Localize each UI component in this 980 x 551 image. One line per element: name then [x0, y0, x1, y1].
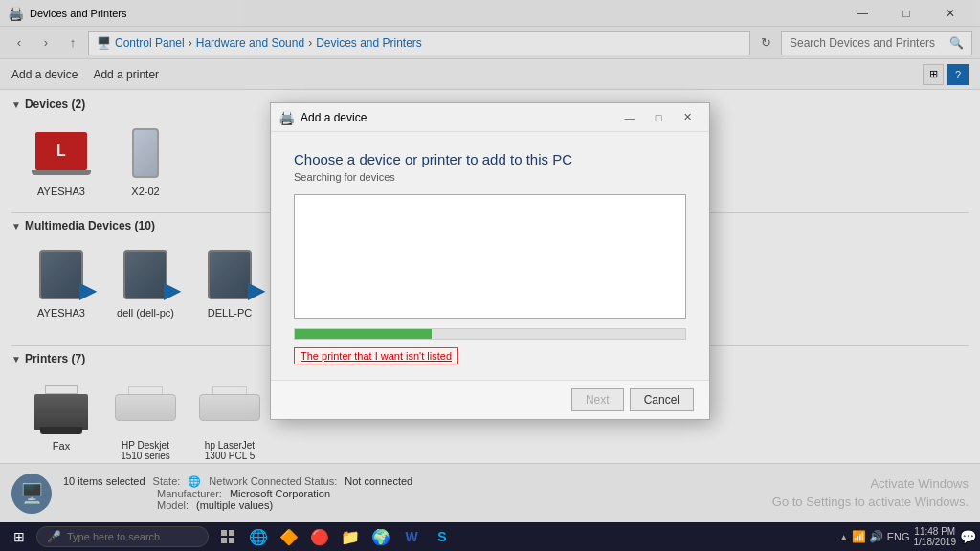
skype-icon-img: S	[437, 529, 446, 544]
device-list-box[interactable]	[294, 194, 686, 319]
dialog-controls: — □ ✕	[615, 105, 702, 130]
svg-rect-0	[221, 530, 227, 536]
antivirus-icon[interactable]: 🔴	[306, 523, 333, 550]
mic-icon: 🎤	[47, 530, 61, 543]
dialog-title-left: 🖨️ Add a device	[278, 110, 367, 125]
volume-icon[interactable]: 🔊	[869, 530, 883, 543]
folder-icon[interactable]: 📁	[337, 523, 364, 550]
edge-browser-icon[interactable]: 🌐	[245, 523, 272, 550]
dialog-overlay: 🖨️ Add a device — □ ✕ Choose a device or…	[0, 0, 980, 522]
vlc-icon-img: 🔶	[279, 528, 299, 546]
dialog-searching-text: Searching for devices	[294, 171, 686, 183]
printer-not-listed-link[interactable]: The printer that I want isn't listed	[294, 347, 458, 364]
taskbar-icons: 🌐 🔶 🔴 📁 🌍 W S	[214, 523, 456, 550]
dialog-restore-button[interactable]: □	[644, 105, 673, 130]
system-tray-icons: ▲ 📶 🔊	[839, 530, 883, 543]
progress-bar-background	[294, 328, 686, 340]
progress-container	[294, 328, 686, 340]
edge-icon: 🌐	[249, 528, 268, 546]
notification-icon[interactable]: 💬	[960, 529, 976, 544]
chrome-icon-img: 🌍	[371, 528, 390, 546]
svg-rect-1	[229, 530, 234, 536]
next-button[interactable]: Next	[571, 388, 624, 411]
skype-icon[interactable]: S	[429, 523, 456, 550]
task-view-button[interactable]	[214, 523, 241, 550]
clock-date: 1/18/2019	[914, 537, 957, 547]
svg-rect-3	[229, 538, 234, 543]
cancel-button[interactable]: Cancel	[630, 388, 694, 411]
progress-bar-fill	[295, 329, 432, 339]
taskbar-clock[interactable]: 11:48 PM 1/18/2019	[914, 526, 957, 547]
taskbar-search-input[interactable]	[67, 531, 198, 542]
word-icon-img: W	[405, 529, 417, 544]
network-tray-icon[interactable]: 📶	[852, 530, 866, 543]
dialog-heading: Choose a device or printer to add to thi…	[294, 151, 686, 167]
dialog-minimize-button[interactable]: —	[615, 105, 644, 130]
dialog-title-bar: 🖨️ Add a device — □ ✕	[271, 103, 709, 132]
windows-icon: ⊞	[13, 529, 25, 544]
folder-icon-img: 📁	[341, 528, 360, 546]
start-button[interactable]: ⊞	[4, 522, 34, 551]
chrome-icon[interactable]: 🌍	[368, 523, 394, 550]
dialog-body: Choose a device or printer to add to thi…	[271, 132, 709, 380]
dialog-close-button[interactable]: ✕	[673, 105, 702, 130]
add-device-dialog: 🖨️ Add a device — □ ✕ Choose a device or…	[270, 102, 710, 420]
vlc-icon[interactable]: 🔶	[276, 523, 302, 550]
svg-rect-2	[221, 538, 227, 543]
taskbar-search-box[interactable]: 🎤	[36, 526, 209, 547]
tray-expand-icon[interactable]: ▲	[839, 532, 849, 542]
language-label: ENG	[887, 531, 910, 542]
antivirus-icon-img: 🔴	[310, 528, 329, 546]
taskbar-right: ▲ 📶 🔊 ENG 11:48 PM 1/18/2019 💬	[839, 526, 976, 547]
dialog-icon: 🖨️	[278, 110, 295, 125]
dialog-footer: Next Cancel	[271, 380, 709, 419]
clock-time: 11:48 PM	[914, 526, 957, 537]
dialog-title-text: Add a device	[301, 111, 367, 124]
taskbar: ⊞ 🎤 🌐 🔶 🔴 📁 🌍 W S ▲ �	[0, 522, 980, 551]
word-icon[interactable]: W	[398, 523, 425, 550]
